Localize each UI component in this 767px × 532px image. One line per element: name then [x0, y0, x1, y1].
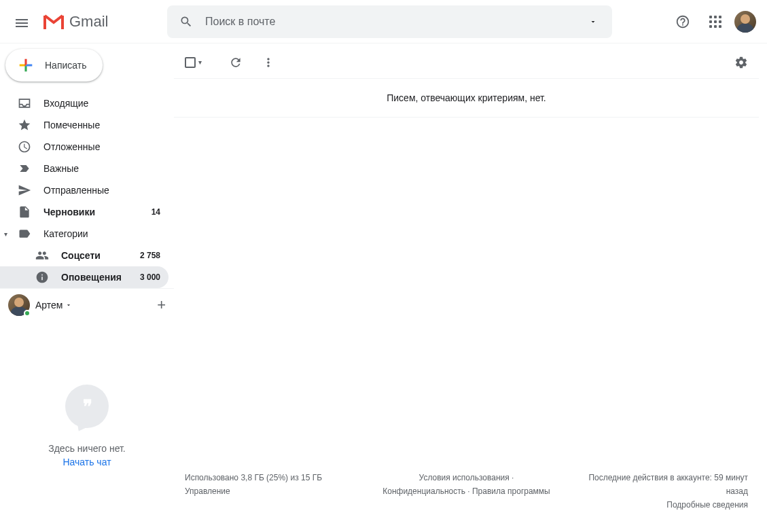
hangouts-empty-text: Здесь ничего нет.: [48, 442, 126, 455]
compose-label: Написать: [45, 60, 86, 71]
nav-label: Входящие: [43, 98, 160, 109]
details-link[interactable]: Подробные сведения: [666, 500, 748, 510]
plus-icon: [16, 56, 35, 75]
chevron-down-icon: [65, 302, 72, 308]
svg-rect-1: [61, 16, 64, 29]
expand-icon: ▾: [4, 230, 7, 238]
main-content: ▾ Писем, отвечающих критериям, нет. Испо…: [174, 43, 767, 532]
inbox-icon: [18, 96, 31, 110]
apps-button[interactable]: [702, 8, 729, 35]
compose-button[interactable]: Написать: [5, 49, 103, 82]
sidebar-item-starred[interactable]: Помеченные: [0, 114, 168, 136]
app-name: Gmail: [69, 13, 108, 31]
settings-button[interactable]: [734, 56, 748, 69]
hangouts-header: Артем +: [0, 288, 174, 321]
nav-label: Соцсети: [61, 250, 128, 261]
account-avatar[interactable]: [734, 11, 756, 33]
sidebar-item-social[interactable]: Соцсети 2 758: [0, 245, 168, 266]
toolbar: ▾: [174, 46, 759, 79]
important-icon: [18, 162, 31, 175]
drafts-icon: [18, 205, 31, 219]
search-box[interactable]: [167, 5, 612, 38]
nav-label: Черновики: [43, 207, 139, 217]
nav-count: 2 758: [140, 251, 160, 260]
nav-label: Важные: [43, 163, 160, 174]
hangouts-avatar-wrapper[interactable]: [8, 294, 30, 316]
start-chat-link[interactable]: Начать чат: [48, 455, 126, 469]
sidebar-item-updates[interactable]: Оповещения 3 000: [0, 266, 168, 288]
people-icon: [35, 249, 49, 262]
program-link[interactable]: Правила программы: [472, 486, 550, 496]
nav-label: Категории: [43, 228, 160, 239]
sidebar-item-snoozed[interactable]: Отложенные: [0, 136, 168, 158]
header: Gmail: [0, 0, 767, 43]
sidebar-item-important[interactable]: Важные: [0, 158, 168, 179]
sidebar-item-categories[interactable]: ▾ Категории: [0, 223, 168, 245]
clock-icon: [18, 140, 31, 154]
svg-rect-0: [43, 16, 46, 29]
status-online-icon: [24, 310, 31, 317]
sidebar-item-drafts[interactable]: Черновики 14: [0, 201, 168, 223]
header-right: [669, 8, 762, 35]
info-icon: [35, 270, 49, 284]
search-input[interactable]: [200, 16, 579, 28]
sent-icon: [18, 183, 31, 197]
terms-link[interactable]: Условия использования: [419, 473, 510, 482]
sidebar: Написать Входящие Помеченные Отложенные …: [0, 43, 174, 532]
sidebar-item-sent[interactable]: Отправленные: [0, 179, 168, 201]
nav-label: Помеченные: [43, 120, 160, 130]
hangouts-username[interactable]: Артем: [35, 300, 72, 311]
nav-label: Оповещения: [61, 272, 128, 283]
nav-count: 14: [151, 207, 160, 217]
hangouts-add-button[interactable]: +: [157, 296, 166, 314]
chat-bubble-icon: ❞: [65, 385, 109, 428]
search-icon[interactable]: [173, 8, 200, 35]
label-icon: [18, 227, 31, 241]
refresh-button[interactable]: [229, 56, 243, 69]
chevron-down-icon: ▾: [198, 58, 202, 66]
main-menu-button[interactable]: [5, 5, 38, 38]
search-options-dropdown[interactable]: [579, 8, 607, 35]
nav-list: Входящие Помеченные Отложенные Важные От…: [0, 92, 174, 288]
menu-icon: [16, 17, 28, 26]
nav-label: Отложенные: [43, 141, 160, 152]
privacy-link[interactable]: Конфиденциальность: [382, 486, 465, 496]
footer: Использовано 3,8 ГБ (25%) из 15 ГБ Управ…: [174, 450, 759, 532]
hangouts-empty-state: ❞ Здесь ничего нет. Начать чат: [0, 321, 174, 532]
sidebar-item-inbox[interactable]: Входящие: [0, 92, 168, 114]
apps-icon: [709, 16, 721, 28]
star-icon: [18, 118, 31, 132]
gmail-logo-icon: [43, 14, 64, 29]
storage-text: Использовано 3,8 ГБ (25%) из 15 ГБ: [185, 471, 363, 484]
empty-inbox-message: Писем, отвечающих критериям, нет.: [174, 79, 759, 118]
nav-label: Отправленные: [43, 185, 160, 196]
select-all-checkbox[interactable]: ▾: [185, 57, 202, 68]
nav-count: 3 000: [140, 272, 160, 282]
more-button[interactable]: [262, 56, 275, 69]
logo-area[interactable]: Gmail: [38, 13, 167, 31]
manage-storage-link[interactable]: Управление: [185, 486, 230, 496]
search-container: [167, 5, 612, 38]
activity-text: Последние действия в аккаунте: 59 минут …: [569, 471, 748, 498]
support-button[interactable]: [669, 8, 696, 35]
checkbox-icon: [185, 57, 196, 68]
